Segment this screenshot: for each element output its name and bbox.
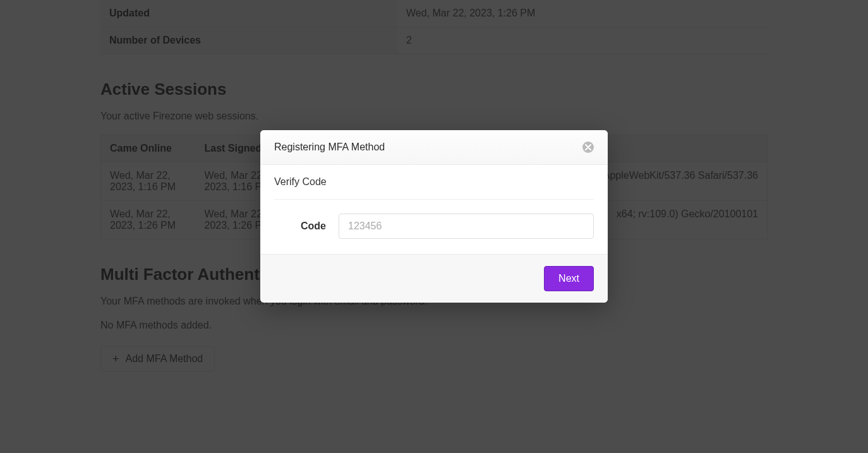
mfa-modal: Registering MFA Method Verify Code Code … — [260, 130, 608, 303]
code-input[interactable] — [339, 214, 594, 239]
modal-overlay: Registering MFA Method Verify Code Code … — [0, 0, 868, 453]
next-button[interactable]: Next — [544, 266, 594, 291]
modal-header: Registering MFA Method — [260, 130, 608, 165]
modal-body: Verify Code Code — [260, 165, 608, 254]
code-label: Code — [288, 220, 326, 232]
close-icon[interactable] — [582, 142, 594, 153]
modal-footer: Next — [260, 254, 608, 303]
modal-subtitle: Verify Code — [274, 176, 594, 200]
modal-title: Registering MFA Method — [274, 142, 385, 153]
